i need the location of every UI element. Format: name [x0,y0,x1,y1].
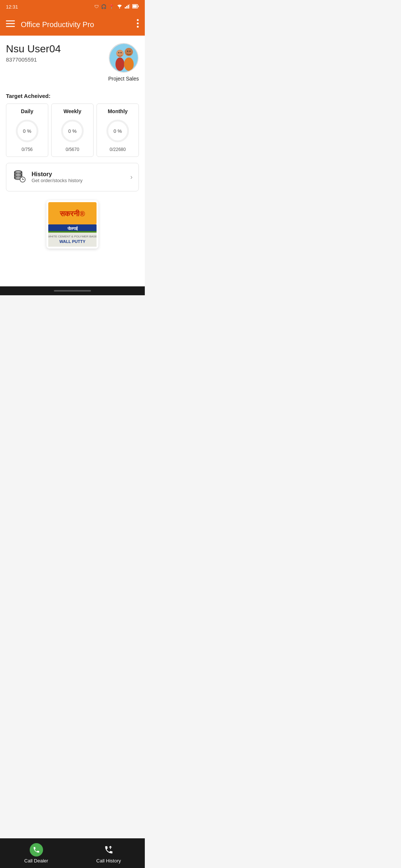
svg-rect-6 [138,6,139,7]
headset-icon: 🎧 [101,4,107,9]
history-subtitle: Get order/stocks history [32,178,130,183]
target-card-daily: Daily 0 % 0/756 [6,103,48,157]
signal-icon [125,4,130,10]
svg-point-12 [137,23,139,24]
svg-rect-3 [128,5,129,9]
svg-rect-10 [6,26,15,27]
main-content: Nsu User04 8377005591 [0,36,145,286]
more-options-icon[interactable] [137,19,139,30]
app-bar-title: Office Productivity Pro [21,20,137,29]
app-bar: Office Productivity Pro [0,13,145,36]
home-indicator [54,290,91,292]
profile-role: Project Sales [108,76,139,82]
svg-rect-14 [110,44,138,73]
svg-point-16 [115,57,124,71]
shield-icon: 🛡 [94,4,99,9]
weekly-title: Weekly [63,108,81,114]
target-card-monthly: Monthly 0 % 0/22680 [97,103,139,157]
weekly-progress: 0 % [59,118,85,144]
svg-text:सकरनी®: सकरनी® [59,210,85,218]
status-bar: 12:31 🛡 🎧 📍 [0,0,145,13]
history-icon [12,169,26,185]
svg-rect-4 [129,4,130,9]
avatar [109,43,138,73]
location-icon: 📍 [109,4,114,9]
status-icons: 🛡 🎧 📍 [94,4,139,10]
history-title: History [32,171,130,178]
target-cards: Daily 0 % 0/756 Weekly [6,103,139,157]
profile-info: Nsu User04 8377005591 [6,43,108,63]
profile-right: Project Sales [108,43,139,82]
monthly-value: 0/22680 [110,147,125,152]
wifi-icon [117,4,123,10]
history-row[interactable]: History Get order/stocks history › [6,163,139,191]
svg-rect-2 [126,6,127,9]
svg-text:WALL PUTTY: WALL PUTTY [59,239,86,244]
svg-point-11 [137,19,139,21]
target-card-weekly: Weekly 0 % 0/5670 [51,103,94,157]
svg-point-0 [119,7,120,8]
history-text: History Get order/stocks history [32,171,130,183]
menu-icon[interactable] [6,20,15,29]
monthly-title: Monthly [108,108,128,114]
target-section: Target Acheived: Daily 0 % 0/756 Weekly [6,93,139,249]
status-time: 12:31 [6,4,18,10]
battery-icon [132,4,139,10]
svg-rect-7 [133,5,137,7]
svg-rect-8 [6,20,15,22]
profile-name: Nsu User04 [6,43,108,55]
product-section: सकरनी® पोलगाई WHITE CEMENT & POLYMER BAS… [6,200,139,249]
daily-percent: 0 % [23,128,31,134]
svg-point-18 [124,57,134,71]
svg-point-22 [129,51,130,52]
weekly-value: 0/5670 [66,147,79,152]
svg-text:पोलगाई: पोलगाई [67,226,78,231]
history-arrow-icon: › [130,173,133,181]
svg-point-19 [118,52,119,53]
profile-phone: 8377005591 [6,56,108,63]
svg-point-13 [137,26,139,28]
svg-rect-45 [48,231,97,233]
svg-rect-1 [125,7,126,9]
daily-title: Daily [21,108,33,114]
svg-text:WHITE CEMENT & POLYMER BASE: WHITE CEMENT & POLYMER BASE [48,235,97,238]
monthly-percent: 0 % [114,128,122,134]
daily-progress: 0 % [14,118,40,144]
weekly-percent: 0 % [68,128,76,134]
svg-point-20 [120,52,121,53]
home-bar [0,286,145,295]
svg-point-21 [127,51,128,52]
profile-section: Nsu User04 8377005591 [6,43,139,82]
target-label: Target Acheived: [6,93,139,99]
svg-rect-9 [6,23,15,24]
monthly-progress: 0 % [105,118,131,144]
daily-value: 0/756 [22,147,33,152]
product-card: सकरनी® पोलगाई WHITE CEMENT & POLYMER BAS… [46,200,98,249]
